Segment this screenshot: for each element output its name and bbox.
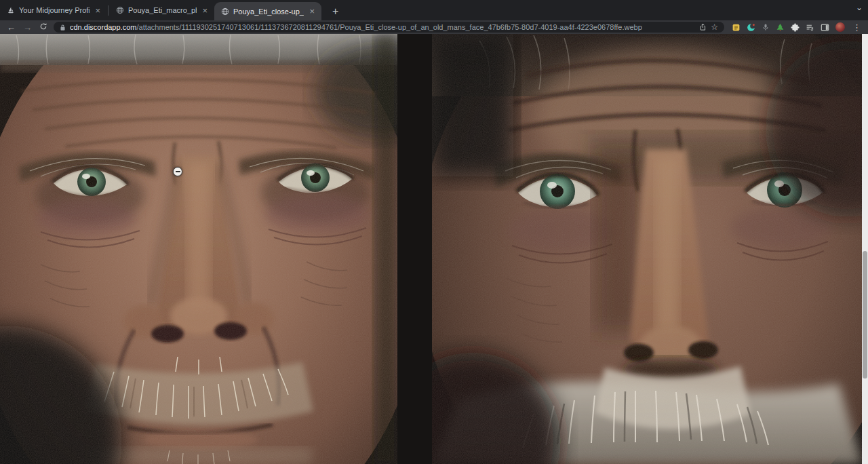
tab-title: Pouya_Eti_macro_photo_of_a	[128, 6, 197, 14]
right-portrait-image[interactable]	[432, 34, 862, 464]
tab-close-up-image-active[interactable]: Pouya_Eti_close-up_of_an_ol ×	[214, 2, 321, 20]
notes-extension-icon[interactable]	[732, 23, 741, 32]
playlist-extension-icon[interactable]	[806, 23, 814, 32]
browser-toolbar: ← → cdn.discordapp.com/attachments/11119…	[0, 20, 868, 34]
tab-macro-photo[interactable]: Pouya_Eti_macro_photo_of_a ×	[109, 0, 214, 20]
tab-close-icon[interactable]: ×	[308, 7, 316, 16]
globe-icon	[221, 7, 229, 16]
url-path: /attachments/1111930251740713061/1113736…	[136, 23, 642, 31]
reload-button[interactable]	[38, 22, 49, 32]
left-portrait-image[interactable]	[0, 34, 397, 464]
page-url: cdn.discordapp.com/attachments/111193025…	[70, 23, 695, 31]
tab-title: Pouya_Eti_close-up_of_an_ol	[233, 7, 304, 16]
tab-close-icon[interactable]: ×	[201, 6, 209, 15]
zoom-out-cursor	[173, 167, 182, 176]
tab-separator	[108, 5, 108, 16]
forward-button[interactable]: →	[22, 23, 33, 32]
extensions-puzzle-icon[interactable]	[791, 23, 800, 32]
tab-midjourney-profile[interactable]: Your Midjourney Profile ×	[0, 0, 107, 20]
tab-close-icon[interactable]: ×	[94, 6, 102, 15]
vertical-scrollbar-track[interactable]	[862, 34, 868, 464]
share-icon[interactable]	[699, 23, 707, 31]
browser-window: Your Midjourney Profile × Pouya_Eti_macr…	[0, 0, 868, 464]
tab-search-chevron-icon[interactable]: ⌄	[856, 3, 863, 12]
new-tab-button[interactable]: +	[328, 5, 342, 18]
url-host: cdn.discordapp.com	[70, 23, 136, 31]
back-button[interactable]: ←	[5, 23, 17, 32]
mic-extension-icon[interactable]	[762, 23, 770, 31]
lock-icon[interactable]	[60, 24, 66, 31]
side-panel-icon[interactable]	[821, 23, 829, 32]
vertical-scrollbar-thumb[interactable]	[863, 251, 867, 379]
right-portrait-panel	[432, 34, 862, 464]
tree-extension-icon[interactable]	[776, 23, 785, 32]
tab-title: Your Midjourney Profile	[19, 6, 90, 14]
dark-reader-extension-icon[interactable]	[747, 23, 755, 32]
midjourney-logo-icon	[7, 6, 15, 14]
profile-avatar[interactable]	[835, 22, 845, 32]
extension-row: ⋮	[732, 22, 863, 33]
bookmark-star-icon[interactable]: ☆	[711, 23, 718, 31]
address-bar[interactable]: cdn.discordapp.com/attachments/111193025…	[54, 22, 724, 33]
image-viewer-content	[0, 34, 868, 464]
tab-bar: Your Midjourney Profile × Pouya_Eti_macr…	[0, 0, 868, 20]
left-portrait-panel	[0, 34, 397, 464]
globe-icon	[116, 6, 124, 14]
browser-menu-icon[interactable]: ⋮	[851, 22, 863, 33]
